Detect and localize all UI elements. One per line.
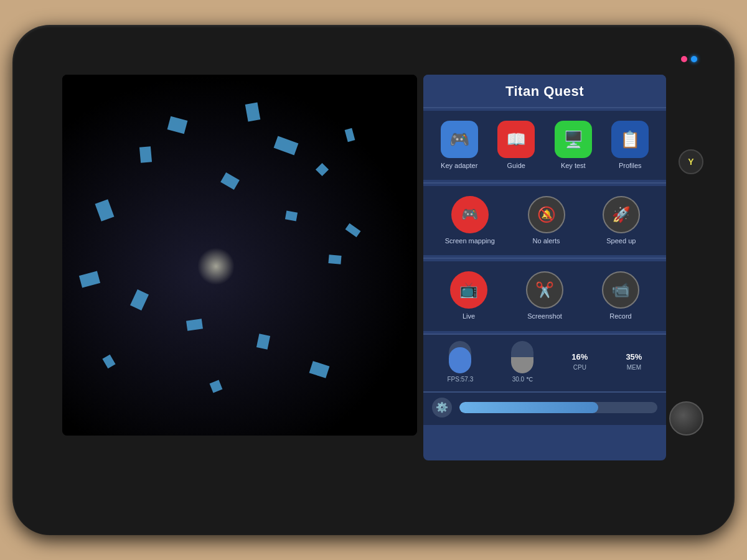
led-pink	[681, 56, 687, 62]
brightness-slider-fill	[459, 402, 598, 413]
screenshot-icon: ✂️	[526, 271, 563, 309]
separator-2	[423, 182, 666, 184]
live-item[interactable]: 📺 Live	[446, 271, 492, 320]
key-adapter-label: Key adapter	[441, 162, 477, 170]
key-test-icon: 🖥️	[555, 121, 592, 158]
game-screen	[62, 75, 417, 436]
screen-mapping-label: Screen mapping	[445, 237, 495, 245]
top-icons-section: 🎮 Key adapter 📖 Guide 🖥️ Key test 📋 Prof…	[423, 111, 666, 180]
record-icon: 📹	[602, 271, 639, 309]
brightness-slider-track[interactable]	[459, 402, 657, 413]
cpu-label: CPU	[573, 364, 586, 371]
speed-up-icon: 🚀	[603, 196, 640, 233]
stats-row: FPS:57.3 30.0 ℃ 16% CPU 35% MEM	[423, 335, 666, 391]
ui-panel: Titan Quest 🎮 Key adapter 📖 Guide 🖥️ Key…	[423, 75, 666, 460]
cpu-stat: 16% CPU	[571, 352, 588, 371]
key-adapter-icon: 🎮	[441, 121, 478, 158]
speed-up-label: Speed up	[606, 237, 636, 245]
right-thumbstick[interactable]	[669, 401, 703, 436]
separator-1	[423, 107, 666, 108]
settings-small-icon[interactable]: ⚙️	[432, 398, 452, 418]
no-alerts-icon: 🔕	[528, 196, 565, 233]
mem-stat: 35% MEM	[626, 352, 642, 371]
slider-row: ⚙️	[423, 393, 666, 425]
speed-up-item[interactable]: 🚀 Speed up	[598, 196, 644, 245]
temp-fill	[511, 357, 533, 373]
screen-mapping-icon: 🎮	[451, 196, 489, 233]
fps-pill	[449, 341, 471, 373]
live-icon: 📺	[450, 271, 487, 309]
right-controller-area: Y	[679, 149, 703, 174]
guide-item[interactable]: 📖 Guide	[493, 121, 540, 170]
live-label: Live	[463, 312, 475, 320]
key-test-label: Key test	[561, 162, 586, 170]
mem-value: 35%	[626, 352, 642, 362]
mid-icons-section: 🎮 Screen mapping 🔕 No alerts 🚀 Speed up	[423, 186, 666, 255]
separator-3	[423, 258, 666, 259]
screenshot-item[interactable]: ✂️ Screenshot	[522, 271, 568, 320]
fps-stat: FPS:57.3	[448, 341, 474, 383]
temp-pill	[511, 341, 533, 373]
cpu-value: 16%	[571, 352, 588, 362]
profiles-label: Profiles	[619, 162, 642, 170]
panel-title: Titan Quest	[423, 75, 666, 107]
light-orb	[197, 248, 235, 285]
temp-label: 30.0 ℃	[512, 376, 533, 383]
bottom-icons-section: 📺 Live ✂️ Screenshot 📹 Record	[423, 261, 666, 330]
screenshot-label: Screenshot	[527, 312, 562, 320]
screen-mapping-item[interactable]: 🎮 Screen mapping	[445, 196, 495, 245]
game-title: Titan Quest	[505, 83, 584, 99]
mem-label: MEM	[627, 364, 641, 371]
temp-stat: 30.0 ℃	[511, 341, 533, 383]
guide-icon: 📖	[497, 121, 535, 158]
device-body: Titan Quest 🎮 Key adapter 📖 Guide 🖥️ Key…	[12, 25, 735, 535]
key-adapter-item[interactable]: 🎮 Key adapter	[436, 121, 482, 170]
y-button[interactable]: Y	[679, 149, 703, 174]
led-area	[681, 56, 697, 62]
mid-icons-grid: 🎮 Screen mapping 🔕 No alerts 🚀 Speed up	[431, 196, 659, 245]
record-label: Record	[609, 312, 631, 320]
record-item[interactable]: 📹 Record	[598, 271, 644, 320]
no-alerts-label: No alerts	[533, 237, 560, 245]
game-screen-content	[62, 75, 417, 436]
key-test-item[interactable]: 🖥️ Key test	[550, 121, 596, 170]
led-blue	[691, 56, 697, 62]
profiles-icon: 📋	[611, 121, 649, 158]
profiles-item[interactable]: 📋 Profiles	[607, 121, 654, 170]
bottom-icons-grid: 📺 Live ✂️ Screenshot 📹 Record	[431, 271, 659, 320]
fps-label: FPS:57.3	[448, 376, 474, 383]
top-icons-grid: 🎮 Key adapter 📖 Guide 🖥️ Key test 📋 Prof…	[431, 121, 659, 170]
guide-label: Guide	[507, 162, 525, 170]
fps-fill	[449, 347, 471, 373]
no-alerts-item[interactable]: 🔕 No alerts	[523, 196, 570, 245]
